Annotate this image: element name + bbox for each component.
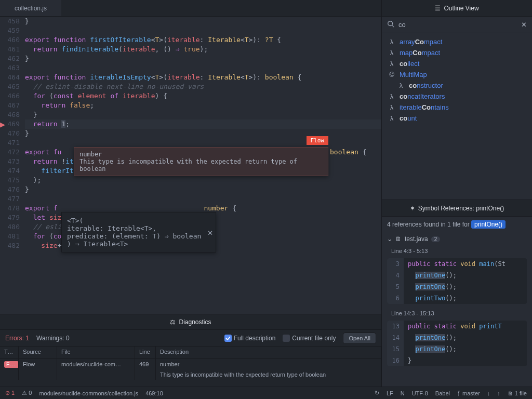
code-line[interactable]: for (const element of iterable) {: [25, 91, 381, 101]
error-popup-message: This type is incompatible with the expec…: [79, 158, 323, 172]
line-number[interactable]: 474: [0, 166, 20, 176]
line-number[interactable]: 478: [0, 204, 20, 213]
line-number[interactable]: 481: [0, 232, 20, 241]
outline-item[interactable]: ©MultiMap: [382, 69, 532, 80]
status-mode[interactable]: N: [401, 390, 405, 396]
code-snippet[interactable]: 3public static void main(St4 printOne();…: [387, 258, 527, 304]
line-number[interactable]: 471: [0, 138, 20, 148]
file-tab[interactable]: collection.js: [0, 0, 61, 16]
code-line[interactable]: export function iterableIsEmpty<T>(itera…: [25, 73, 381, 82]
outline-item-label: iterableContains: [400, 103, 449, 111]
status-language[interactable]: Babel: [435, 390, 450, 396]
code-line[interactable]: [25, 63, 381, 73]
line-number[interactable]: 464: [0, 73, 20, 82]
line-number[interactable]: 465: [0, 82, 20, 91]
scales-icon: ⚖: [170, 318, 176, 326]
open-all-button[interactable]: Open All: [343, 332, 376, 344]
code-line[interactable]: }: [25, 17, 381, 26]
status-error-icon[interactable]: ⊘ 1: [5, 390, 15, 396]
diagnostics-panel: ⚖ Diagnostics Errors: 1 Warnings: 0 Full…: [0, 314, 381, 387]
code-editor[interactable]: 4584594604614624634644654664674684694704…: [0, 17, 381, 314]
line-number[interactable]: 461: [0, 45, 20, 54]
status-git-branch[interactable]: ᚶ master: [457, 390, 480, 396]
outline-item[interactable]: λconcatIterators: [382, 91, 532, 102]
line-number[interactable]: 462: [0, 54, 20, 63]
outline-item[interactable]: λarrayCompact: [382, 36, 532, 47]
full-description-checkbox[interactable]: Full description: [224, 335, 276, 342]
reference-count-badge: 2: [431, 236, 441, 242]
checkbox-checked-icon: [224, 335, 232, 342]
line-number[interactable]: 482: [0, 241, 20, 250]
outline-item[interactable]: λcount: [382, 113, 532, 124]
code-line[interactable]: }: [25, 185, 381, 194]
line-number[interactable]: 470: [0, 129, 20, 138]
outline-search-input[interactable]: [398, 21, 517, 29]
code-line[interactable]: [25, 194, 381, 204]
reference-range[interactable]: Line 14:3 - 15:13: [382, 308, 532, 318]
symbol-references-panel: ✶ Symbol References: printOne() 4 refere…: [382, 200, 532, 387]
code-line[interactable]: );: [25, 176, 381, 185]
outline-item-label: collect: [400, 60, 419, 68]
flow-badge: Flow: [307, 136, 329, 145]
outline-item[interactable]: λiterableContains: [382, 102, 532, 113]
refresh-icon[interactable]: ↻: [375, 390, 379, 396]
outline-item-label: count: [400, 114, 417, 122]
code-snippet[interactable]: 13public static void printT14 printOne()…: [387, 321, 527, 366]
code-line[interactable]: [25, 26, 381, 35]
line-number[interactable]: 477: [0, 194, 20, 204]
upload-icon[interactable]: ↑: [497, 390, 500, 396]
outline-title: Outline View: [444, 5, 478, 12]
code-line[interactable]: export function firstOfIterable<T>(itera…: [25, 35, 381, 45]
close-icon[interactable]: ✕: [208, 228, 213, 237]
outline-panel: ☰ Outline View ✕ λarrayCompactλmapCompac…: [382, 0, 532, 200]
line-number[interactable]: 463: [0, 63, 20, 73]
code-line[interactable]: }: [25, 54, 381, 63]
checkbox-unchecked-icon: [283, 335, 290, 342]
current-file-only-checkbox[interactable]: Current file only: [283, 335, 336, 342]
file-icon: 🗎: [395, 235, 402, 243]
status-warning-icon[interactable]: ⚠ 0: [22, 390, 32, 396]
error-count: Errors: 1: [5, 335, 29, 342]
outline-item[interactable]: λcollect: [382, 58, 532, 69]
references-icon: ✶: [410, 205, 415, 212]
line-number[interactable]: 476: [0, 185, 20, 194]
list-icon: ☰: [435, 5, 441, 12]
tab-bar: collection.js: [0, 0, 381, 17]
line-number[interactable]: 458: [0, 17, 20, 26]
lambda-icon: λ: [388, 49, 395, 57]
line-number[interactable]: 475: [0, 176, 20, 185]
line-number[interactable]: 480: [0, 222, 20, 232]
line-number[interactable]: 472: [0, 148, 20, 157]
line-number[interactable]: 467: [0, 101, 20, 110]
line-number[interactable]: 459: [0, 26, 20, 35]
diagnostics-title: ⚖ Diagnostics: [0, 314, 381, 330]
code-line[interactable]: return 1;: [25, 119, 381, 129]
download-icon[interactable]: ↓: [487, 390, 490, 396]
error-popup-title: number: [79, 151, 323, 158]
lambda-icon: λ: [388, 60, 395, 68]
line-number[interactable]: 473: [0, 157, 20, 166]
code-line[interactable]: return false;: [25, 101, 381, 110]
diagnostics-row-detail: This type is incompatible with the expec…: [0, 369, 381, 380]
line-number[interactable]: 466: [0, 91, 20, 101]
diagnostics-row[interactable]: Er… Flow modules/nuclide-com… 469 number: [0, 359, 381, 369]
line-number[interactable]: 468: [0, 110, 20, 119]
code-line[interactable]: // eslint-disable-next-line no-unused-va…: [25, 82, 381, 91]
clear-search-icon[interactable]: ✕: [521, 21, 527, 29]
outline-item[interactable]: λconstructor: [382, 80, 532, 91]
status-cursor-position[interactable]: 469:10: [145, 390, 163, 396]
status-file-count[interactable]: 🗎 1 file: [508, 390, 527, 396]
status-line-ending[interactable]: LF: [387, 390, 393, 396]
code-line[interactable]: return findInIterable(iterable, () ⇒ tru…: [25, 45, 381, 54]
status-file-path[interactable]: modules/nuclide-commons/collection.js: [39, 390, 138, 396]
reference-file-row[interactable]: ⌄ 🗎 test.java 2: [382, 232, 532, 246]
reference-range[interactable]: Line 4:3 - 5:13: [382, 246, 532, 256]
lambda-icon: λ: [388, 103, 395, 111]
status-encoding[interactable]: UTF-8: [412, 390, 428, 396]
error-gutter-marker[interactable]: ▶: [0, 119, 4, 129]
line-number[interactable]: 460: [0, 35, 20, 45]
chevron-down-icon: ⌄: [387, 235, 392, 243]
line-number[interactable]: 479: [0, 213, 20, 222]
code-line[interactable]: }: [25, 110, 381, 119]
outline-item[interactable]: λmapCompact: [382, 47, 532, 58]
